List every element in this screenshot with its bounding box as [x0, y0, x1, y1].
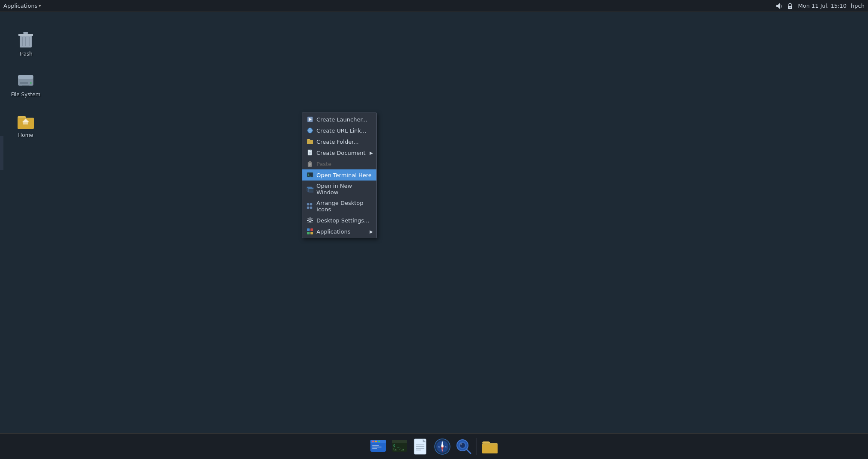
svg-rect-28 — [307, 140, 313, 144]
svg-rect-57 — [311, 222, 313, 223]
svg-rect-7 — [23, 32, 28, 34]
svg-text:$_: $_ — [308, 173, 312, 177]
menu-item-create-folder[interactable]: Create Folder... — [302, 136, 376, 147]
svg-point-68 — [378, 441, 380, 442]
menu-item-applications[interactable]: Applications ▶ — [302, 226, 376, 237]
dock-separator — [477, 438, 477, 455]
svg-rect-47 — [310, 207, 312, 209]
taskbar: Applications ▾ ) ) Mon 11 Jul, 15:10 hpc… — [0, 0, 868, 12]
menu-item-open-new-window[interactable]: Open in New Window — [302, 181, 376, 198]
svg-rect-13 — [20, 82, 28, 84]
paste-label: Paste — [316, 161, 331, 167]
svg-rect-12 — [18, 75, 33, 79]
create-document-arrow: ▶ — [370, 151, 373, 155]
svg-rect-62 — [307, 232, 310, 234]
menu-item-create-document[interactable]: Create Document ▶ — [302, 147, 376, 158]
arrange-icons-label: Arrange Desktop Icons — [316, 200, 372, 213]
menu-item-create-url-link[interactable]: Create URL Link... — [302, 125, 376, 136]
svg-text:): ) — [780, 4, 782, 9]
svg-rect-59 — [311, 218, 313, 219]
volume-icon[interactable]: ) ) — [776, 3, 782, 9]
svg-rect-16 — [29, 85, 33, 86]
create-folder-label: Create Folder... — [316, 139, 359, 145]
svg-rect-52 — [310, 217, 310, 219]
trash-icon[interactable]: Trash — [9, 27, 43, 59]
svg-text:ls -la: ls -la — [393, 448, 404, 451]
open-window-icon — [307, 186, 313, 192]
svg-rect-53 — [310, 222, 310, 223]
svg-text:$ _: $ _ — [393, 444, 400, 448]
menu-item-arrange-icons[interactable]: Arrange Desktop Icons — [302, 198, 376, 215]
applications-icon — [307, 228, 313, 235]
create-document-label: Create Document — [316, 150, 366, 156]
svg-line-94 — [467, 450, 471, 453]
svg-rect-96 — [482, 444, 498, 453]
menu-item-create-launcher[interactable]: Create Launcher... — [302, 114, 376, 125]
create-launcher-icon — [307, 116, 313, 123]
lock-icon[interactable] — [787, 3, 793, 9]
open-new-window-label: Open in New Window — [316, 183, 372, 195]
menu-item-paste[interactable]: Paste — [302, 158, 376, 169]
taskbar-right: ) ) Mon 11 Jul, 15:10 hpch — [776, 3, 865, 9]
dock: $ _ ls -la N S W E — [0, 433, 868, 459]
svg-point-4 — [790, 6, 791, 8]
taskbar-left: Applications ▾ — [3, 3, 41, 9]
svg-rect-55 — [312, 220, 313, 221]
terminal-icon: $_ — [307, 172, 313, 178]
left-strip — [0, 136, 3, 170]
trash-icon-image — [15, 29, 36, 49]
svg-rect-34 — [309, 161, 311, 163]
desktop-settings-icon — [307, 217, 313, 224]
svg-rect-58 — [307, 222, 309, 223]
hostname-label: hpch — [851, 3, 865, 9]
svg-text:N: N — [441, 441, 443, 444]
home-icon[interactable]: Home — [9, 108, 43, 140]
arrange-icons-icon — [307, 203, 313, 210]
home-icon-image — [15, 110, 36, 130]
context-menu: Create Launcher... Create URL Link... — [302, 113, 377, 238]
svg-text:S: S — [441, 449, 443, 451]
paste-icon — [307, 160, 313, 167]
svg-point-85 — [441, 446, 443, 447]
applications-arrow: ▶ — [370, 229, 373, 234]
svg-rect-56 — [307, 218, 309, 219]
svg-text:E: E — [445, 445, 447, 448]
svg-rect-15 — [19, 85, 22, 86]
create-document-icon — [307, 149, 313, 156]
app-menu-label[interactable]: Applications — [3, 3, 37, 9]
svg-rect-45 — [310, 203, 312, 205]
filesystem-label: File System — [11, 92, 41, 98]
dock-text-editor[interactable] — [411, 436, 431, 457]
svg-rect-71 — [372, 448, 377, 449]
datetime-label[interactable]: Mon 11 Jul, 15:10 — [798, 3, 847, 9]
svg-rect-44 — [307, 203, 309, 205]
applications-label: Applications — [316, 228, 350, 235]
home-label: Home — [18, 132, 33, 138]
dock-browser[interactable]: N S W E — [432, 436, 453, 457]
filesystem-icon[interactable]: File System — [9, 68, 43, 99]
svg-text:W: W — [438, 445, 440, 448]
svg-rect-69 — [372, 445, 379, 446]
open-terminal-label: Open Terminal Here — [316, 172, 372, 178]
desktop: Trash File System — [0, 12, 868, 433]
svg-rect-73 — [392, 440, 407, 443]
create-folder-icon — [307, 138, 313, 145]
filesystem-icon-image — [15, 69, 36, 90]
dock-file-manager[interactable] — [368, 436, 388, 457]
dock-search[interactable] — [453, 436, 474, 457]
dock-terminal[interactable]: $ _ ls -la — [389, 436, 410, 457]
svg-rect-46 — [307, 207, 309, 209]
create-url-label: Create URL Link... — [316, 127, 366, 134]
taskbar-menu-arrow: ▾ — [39, 3, 41, 8]
dock-folder[interactable] — [480, 436, 500, 457]
svg-rect-70 — [372, 447, 382, 447]
menu-item-open-terminal[interactable]: $_ Open Terminal Here — [302, 169, 376, 181]
svg-rect-63 — [310, 232, 313, 234]
create-url-icon — [307, 127, 313, 134]
svg-point-67 — [375, 441, 377, 442]
menu-item-desktop-settings[interactable]: Desktop Settings... — [302, 215, 376, 226]
svg-rect-6 — [18, 34, 33, 36]
desktop-settings-label: Desktop Settings... — [316, 217, 369, 224]
svg-point-14 — [30, 82, 32, 84]
create-launcher-label: Create Launcher... — [316, 116, 367, 123]
